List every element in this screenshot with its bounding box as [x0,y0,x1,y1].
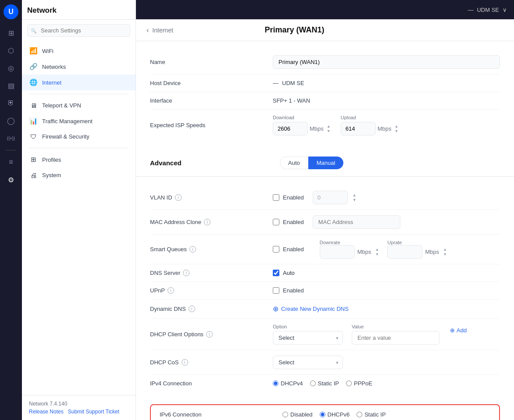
sidebar-item-wifi[interactable]: 📶 WiFi [22,43,136,59]
devices-icon[interactable]: ◎ [4,61,18,75]
advanced-title: Advanced [150,159,273,167]
sidebar-item-label: System [42,172,61,178]
statistics-icon[interactable]: ▤ [4,78,18,93]
interface-label: Interface [150,97,273,104]
dhcpv4-radio[interactable] [273,381,278,386]
vlan-info-icon[interactable]: i [175,194,182,201]
sidebar-item-networks[interactable]: 🔗 Networks [22,59,136,75]
icon-bar: U ⊞ ⬡ ◎ ▤ ⛨ ◯ ((•)) ≡ ⚙ [0,0,22,420]
pppoe-radio-label[interactable]: PPPoE [346,380,372,387]
static-ip-radio[interactable] [310,381,316,386]
uprate-up-button[interactable]: ▲ [442,247,448,252]
settings-icon[interactable]: ⚙ [4,172,18,187]
dhcp-option-select[interactable]: Select [273,331,343,345]
manual-toggle-button[interactable]: Manual [308,157,344,169]
upload-up-button[interactable]: ▲ [393,124,400,129]
ipv6-section: IPv6 Connection Disabled DHCPv6 [150,404,500,420]
breadcrumb[interactable]: ‹ Internet [146,26,173,34]
release-notes-link[interactable]: Release Notes [29,409,64,415]
dhcpv6-radio-label[interactable]: DHCPv6 [320,411,350,418]
upload-down-button[interactable]: ▼ [393,129,400,134]
create-dns-label: Create New Dynamic DNS [281,306,349,312]
static-ipv6-radio[interactable] [357,412,362,417]
dhcp-add-button[interactable]: ⊕ Add [448,324,468,337]
dns-info-icon[interactable]: i [183,270,189,276]
create-dynamic-dns-link[interactable]: ⊕ Create New Dynamic DNS [273,305,500,313]
download-down-button[interactable]: ▼ [325,129,332,134]
download-up-button[interactable]: ▲ [325,124,332,129]
vlan-enabled-checkbox[interactable] [273,194,279,201]
smart-queues-enabled-checkbox[interactable] [273,246,279,253]
host-device-control: — UDM SE [273,80,500,86]
vlan-id-row: VLAN ID i Enabled ▲ ▼ [150,185,500,210]
download-input[interactable] [273,122,308,135]
upload-input[interactable] [341,122,376,135]
mac-address-input[interactable] [313,215,400,229]
system-icon: 🖨 [29,171,38,179]
smart-queues-info-icon[interactable]: i [189,246,196,253]
static-ipv6-label: Static IP [364,411,386,418]
sidebar-item-traffic-management[interactable]: 📊 Traffic Management [22,113,136,129]
downrate-input[interactable] [320,245,355,259]
dhcp-cos-info-icon[interactable]: i [182,359,188,366]
vlan-up-button[interactable]: ▲ [351,193,358,198]
dhcp-client-info-icon[interactable]: i [206,331,213,338]
vlan-down-button[interactable]: ▼ [351,198,358,203]
downrate-up-button[interactable]: ▲ [374,247,381,252]
vlan-id-label: VLAN ID i [150,194,273,201]
static-ip-radio-label[interactable]: Static IP [310,380,339,387]
static-ipv6-radio-label[interactable]: Static IP [357,411,386,418]
device-selector[interactable]: — UDM SE ∨ [468,7,507,13]
dns-server-label: DNS Server i [150,270,273,276]
dns-auto-checkbox[interactable] [273,270,279,276]
wireless-icon[interactable]: ((•)) [4,131,18,146]
dynamic-dns-info-icon[interactable]: i [189,306,195,312]
uprate-down-button[interactable]: ▼ [442,252,448,257]
name-input[interactable] [273,55,500,69]
upnp-label: UPnP i [150,287,273,294]
interface-control: SFP+ 1 - WAN [273,97,500,104]
uprate-label: Uprate [387,240,448,245]
smart-queues-row: Smart Queues i Enabled Downrate [150,235,500,264]
list-icon[interactable]: ≡ [4,155,18,170]
notifications-icon[interactable]: ◯ [4,113,18,128]
downrate-down-button[interactable]: ▼ [374,252,381,257]
security-icon[interactable]: ⛨ [4,96,18,110]
sidebar-item-firewall-security[interactable]: 🛡 Firewall & Security [22,129,136,144]
uprate-input[interactable] [387,245,422,259]
breadcrumb-label: Internet [152,27,173,34]
dhcp-value-input[interactable] [352,331,439,345]
advanced-toggle-group: Auto Manual [280,157,343,169]
upnp-enabled-checkbox[interactable] [273,287,279,294]
disabled-label: Disabled [290,411,313,418]
ipv6-connection-label: IPv6 Connection [160,411,282,418]
sidebar-item-system[interactable]: 🖨 System [22,167,136,183]
host-device-value: UDM SE [282,80,304,86]
pppoe-radio[interactable] [346,381,352,386]
dhcp-cos-select[interactable]: Select [273,356,343,369]
support-ticket-link[interactable]: Submit Support Ticket [68,409,119,415]
auto-toggle-button[interactable]: Auto [280,157,308,169]
topology-icon[interactable]: ⬡ [4,43,18,58]
disabled-radio[interactable] [282,412,288,417]
pppoe-label: PPPoE [354,380,372,387]
sidebar-item-label: Networks [42,64,66,70]
mac-enabled-checkbox[interactable] [273,219,279,225]
app-logo[interactable]: U [4,4,18,19]
dashboard-icon[interactable]: ⊞ [4,25,18,40]
dhcp-cos-row: DHCP CoS i Select [150,350,500,375]
mac-info-icon[interactable]: i [204,219,211,225]
dhcpv6-radio[interactable] [320,412,325,417]
page-title: Primary (WAN1) [264,25,324,35]
sidebar-item-internet[interactable]: 🌐 Internet [22,75,136,90]
upnp-info-icon[interactable]: i [168,287,174,294]
dhcp-option-select-wrap: Select [273,331,343,345]
sidebar-item-teleport-vpn[interactable]: 🖥 Teleport & VPN [22,98,136,113]
vlan-value-input[interactable] [313,191,348,204]
dhcpv4-radio-label[interactable]: DHCPv4 [273,380,303,387]
internet-icon: 🌐 [29,78,38,86]
nav-divider [29,94,128,94]
search-input[interactable] [27,24,130,37]
sidebar-item-profiles[interactable]: ⊞ Profiles [22,152,136,167]
disabled-radio-label[interactable]: Disabled [282,411,313,418]
